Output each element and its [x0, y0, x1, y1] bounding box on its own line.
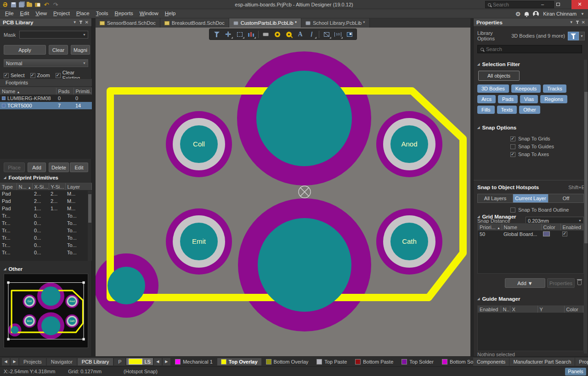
edit-button[interactable]: Edit	[70, 163, 88, 172]
clear-button[interactable]: Clear	[49, 45, 68, 55]
snap-options-section-header[interactable]: ◢ Snap Options	[477, 125, 516, 130]
primitive-row[interactable]: Tr...0...To...	[0, 234, 92, 241]
minimize-button[interactable]: –	[536, 0, 549, 9]
filter-chip-other[interactable]: Other	[519, 106, 540, 114]
via-icon[interactable]	[283, 29, 294, 39]
all-objects-button[interactable]: All objects	[478, 71, 520, 81]
footprints-col-name[interactable]: Name ▲	[0, 88, 56, 95]
magnify-button[interactable]: Magni	[71, 45, 90, 55]
settings-gear-icon[interactable]: ⚙	[515, 11, 521, 17]
maximize-button[interactable]	[551, 0, 565, 9]
pcb-editor-canvas[interactable]: CollAnodEmitCath ✛A/10	[96, 28, 470, 356]
open-folder-icon[interactable]	[27, 3, 32, 7]
menu-place[interactable]: Place	[73, 9, 93, 18]
primitive-row[interactable]: Tr...0...To...	[0, 241, 92, 249]
panel-close-icon[interactable]: ✕	[85, 20, 89, 25]
layer-tab-bottom-solder[interactable]: Bottom Solder	[438, 358, 473, 365]
close-button[interactable]: ✕	[571, 0, 588, 9]
footprint-primitives-section-header[interactable]: ◢ Footprint Primitives	[4, 175, 58, 180]
layer-tab-bottom-overlay[interactable]: Bottom Overlay	[262, 358, 312, 365]
footprints-col-primiti[interactable]: Primiti...	[74, 88, 92, 95]
primitive-row[interactable]: Pad2...2...M...	[0, 197, 92, 205]
guide-manager-table[interactable]: EnabledN..XYColor	[477, 305, 584, 351]
snap-checkbox-snap-to-axes[interactable]: Snap To Axes	[510, 152, 584, 157]
panel-menu-icon[interactable]: ▼	[570, 20, 573, 24]
filter-chip-3d-bodies[interactable]: 3D Bodies	[477, 84, 509, 93]
panel-tab-components[interactable]: Components	[473, 358, 509, 366]
panel-close-icon[interactable]: ✕	[582, 20, 585, 25]
pad-bottom-center[interactable]	[258, 218, 351, 312]
filter-chip-arcs[interactable]: Arcs	[477, 95, 496, 103]
layer-tab-mechanical-1[interactable]: Mechanical 1	[171, 358, 216, 365]
primitive-row[interactable]: Pad2...2...M...	[0, 190, 92, 197]
grid-col-color[interactable]: Color	[541, 224, 560, 230]
panel-tab-p[interactable]: P	[114, 358, 125, 365]
grid-manager-section-header[interactable]: ◢ Grid Manager	[477, 214, 516, 219]
select-area-icon[interactable]	[234, 29, 245, 39]
panel-tab-manufacturer-part-search[interactable]: Manufacturer Part Search	[509, 358, 575, 366]
snap-board-outline-checkbox[interactable]: Snap To Board Outline	[510, 207, 569, 213]
open-document-icon[interactable]	[35, 3, 40, 7]
panel-tab-pcb-library[interactable]: PCB Library	[78, 358, 113, 365]
guide-col-color[interactable]: Color	[564, 306, 583, 313]
move-icon[interactable]: ✛	[223, 29, 233, 39]
scroll-right-arrow[interactable]: ▶	[11, 358, 18, 365]
line-icon[interactable]: /	[306, 29, 317, 39]
panel-tab-properties[interactable]: Properties	[575, 358, 588, 366]
primitives-col-type[interactable]: Type	[0, 183, 17, 190]
save-icon[interactable]	[11, 2, 16, 7]
guide-col-enabled[interactable]: Enabled	[478, 306, 501, 313]
filter-chip-texts[interactable]: Texts	[497, 106, 517, 114]
primitives-scrollbar[interactable]	[88, 191, 92, 261]
menu-edit[interactable]: Edit	[17, 9, 33, 18]
filter-icon[interactable]	[211, 29, 222, 39]
notifications-bell-icon[interactable]	[525, 12, 529, 16]
redo-icon[interactable]: ↷	[52, 1, 59, 8]
pad-top-center[interactable]	[41, 286, 60, 306]
panel-pin-icon[interactable]	[80, 21, 81, 24]
properties-search-box[interactable]	[477, 45, 582, 53]
properties-search-input[interactable]	[486, 46, 569, 52]
menu-help[interactable]: Help	[162, 9, 179, 18]
panels-button[interactable]: Panels	[565, 368, 586, 376]
doc-tab-school-library-pcblib-[interactable]: School Library.PcbLib *	[301, 18, 370, 28]
option-zoom[interactable]: Zoom	[30, 73, 50, 78]
footprints-col-pads[interactable]: Pads	[56, 88, 74, 95]
pad-top-center[interactable]	[256, 71, 352, 166]
menu-tools[interactable]: Tools	[93, 9, 112, 18]
layer-tab-top-solder[interactable]: Top Solder	[398, 358, 437, 365]
panel-tab-projects[interactable]: Projects	[19, 358, 46, 365]
pad-bottom-center[interactable]	[41, 316, 60, 335]
dimension-icon[interactable]: 10	[333, 29, 343, 39]
place-button[interactable]: Place	[4, 163, 25, 172]
string-icon[interactable]: A	[295, 29, 305, 39]
menu-window[interactable]: Window	[136, 9, 162, 18]
grid-col-priori[interactable]: Priori... ▲	[478, 224, 502, 230]
snap-checkbox-snap-to-grids[interactable]: Snap To Grids	[510, 136, 584, 141]
user-menu-caret-icon[interactable]: ▼	[581, 12, 584, 16]
filter-chip-regions[interactable]: Regions	[540, 95, 567, 103]
guide-col-x[interactable]: X	[510, 306, 537, 313]
segment-current-layer[interactable]: Current Layer	[513, 194, 548, 202]
primitive-row[interactable]: Pad1...1...M...	[0, 205, 92, 212]
option-select[interactable]: Select	[4, 73, 25, 78]
snap-checkbox-snap-to-guides[interactable]: Snap To Guides	[510, 144, 584, 149]
filter-chip-pads[interactable]: Pads	[498, 95, 518, 103]
segment-all-layers[interactable]: All Layers	[478, 194, 513, 202]
object-filter-dropdown[interactable]: ▼	[579, 32, 585, 40]
layer-scroll-right-arrow[interactable]: ▶	[163, 358, 170, 365]
user-name[interactable]: Kiran Chinnam	[543, 11, 577, 17]
layer-tab-top-paste[interactable]: Top Paste	[313, 358, 351, 365]
component-icon[interactable]	[260, 29, 271, 39]
user-avatar[interactable]	[533, 11, 539, 17]
pad-corner[interactable]	[107, 267, 145, 304]
doc-tab-custompartslib-pcblib-[interactable]: CustomPartsLib.PcbLib *	[229, 18, 301, 28]
grid-enabled-checkbox[interactable]	[562, 231, 567, 236]
menu-project[interactable]: Project	[50, 9, 73, 18]
grid-manager-table[interactable]: Priori... ▲NameColorEnabled50Global Boar…	[477, 223, 584, 274]
mask-combo[interactable]: ▼	[19, 31, 88, 39]
primitive-row[interactable]: Tr...0...To...	[0, 227, 92, 234]
altium-logo-icon[interactable]: Ә	[2, 1, 8, 8]
panel-pin-icon[interactable]	[577, 21, 578, 24]
union-icon[interactable]	[246, 29, 256, 39]
